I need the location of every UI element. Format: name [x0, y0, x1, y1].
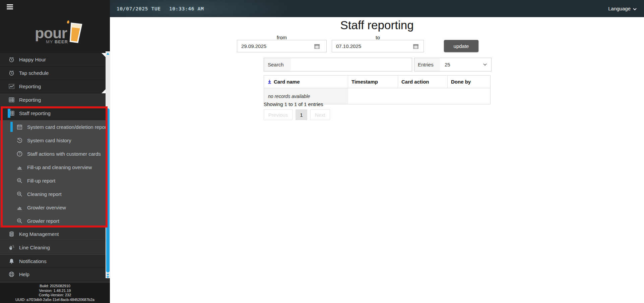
sidebar-item-growler-report[interactable]: Growler report: [0, 214, 110, 228]
sidebar-item-label: Help: [19, 271, 29, 277]
table-header-card-action[interactable]: Card action: [398, 75, 448, 88]
sidebar-item-label: Growler overview: [27, 205, 66, 210]
active-indicator: [10, 122, 13, 132]
life-ring-icon: [8, 271, 15, 277]
from-label: from: [237, 35, 327, 40]
sidebar-item-keg-management[interactable]: Keg Management: [0, 228, 110, 241]
language-label: Language: [608, 6, 631, 11]
sidebar-item-label: System card history: [27, 138, 71, 143]
from-date-input[interactable]: [237, 40, 327, 52]
sidebar-item-label: Line Cleaning: [19, 245, 50, 250]
pourmybeer-logo: pour MY BEER: [35, 18, 85, 47]
sidebar-item-cleaning-report[interactable]: Cleaning report: [0, 187, 110, 201]
sidebar-item-label: Growler report: [27, 218, 59, 224]
magnifier-plus-icon: [16, 178, 23, 184]
sidebar-item-label: Staff reporting: [19, 110, 51, 116]
sidebar-item-staff-actions-with-customer-cards[interactable]: ? Staff actions with customer cards: [0, 147, 110, 160]
time-text: 10:33:46 AM: [169, 6, 204, 11]
version-info: Version: 1.48.21.19: [0, 289, 110, 293]
pagination: Previous 1 Next: [264, 109, 330, 120]
chevron-down-icon: [633, 8, 637, 10]
sidebar-item-tap-schedule[interactable]: Tap schedule: [0, 66, 110, 80]
bar-chart-icon: [16, 204, 23, 211]
to-label: to: [332, 35, 424, 40]
sidebar-item-label: Cleaning report: [27, 191, 62, 197]
magnifier-plus-icon: [16, 218, 23, 224]
language-dropdown[interactable]: Language: [608, 0, 637, 17]
hand-wash-icon: [8, 244, 15, 251]
sidebar-item-label: Staff actions with customer cards: [27, 151, 101, 157]
entries-value: 25: [440, 58, 483, 71]
current-page-button[interactable]: 1: [296, 109, 307, 120]
bell-icon: [8, 258, 15, 264]
sidebar-item-reporting-sub[interactable]: Reporting: [0, 93, 110, 107]
bar-chart-icon: [16, 164, 23, 170]
uuid-info: UUID: a7f23db9-2a5e-11ef-8acb-484520687b…: [0, 298, 110, 302]
date-text: 10/07/2025 TUE: [117, 6, 161, 11]
table-header-card-name[interactable]: Card name: [264, 75, 348, 88]
sidebar-item-growler-overview[interactable]: Growler overview: [0, 201, 110, 214]
sidebar-item-label: Reporting: [19, 97, 41, 103]
logo-subtitle: MY BEER: [46, 39, 68, 44]
help-circle-icon: ?: [16, 151, 23, 157]
table-icon: [8, 97, 15, 103]
page-title: Staff reporting: [110, 18, 644, 32]
update-button[interactable]: update: [444, 40, 478, 52]
keg-icon: [8, 231, 15, 237]
sidebar-item-system-card-history[interactable]: System card history: [0, 134, 110, 147]
search-label: Search: [264, 58, 291, 71]
sidebar-item-staff-reporting[interactable]: Staff reporting: [0, 107, 110, 120]
table-header-timestamp[interactable]: Timestamp: [348, 75, 398, 88]
hamburger-menu-icon[interactable]: [7, 4, 13, 10]
table-header-row: Card name Timestamp Card action Done by: [264, 75, 490, 88]
line-chart-icon: [8, 83, 15, 90]
sidebar-item-label: Reporting: [19, 84, 41, 89]
active-indicator: [8, 109, 10, 118]
sidebar-item-line-cleaning[interactable]: Line Cleaning: [0, 241, 110, 254]
sidebar-item-label: Fill-up and cleaning overview: [27, 164, 92, 170]
search-input[interactable]: [291, 58, 412, 71]
calendar-icon[interactable]: [413, 43, 419, 49]
calendar-icon: [16, 124, 23, 130]
scrollbar-thumb[interactable]: [106, 108, 110, 272]
scroll-up-arrow-icon[interactable]: [107, 53, 109, 55]
sidebar-item-label: Tap schedule: [19, 70, 49, 76]
sidebar-item-reporting[interactable]: Reporting: [0, 80, 110, 93]
search-box: Search: [264, 58, 412, 71]
sidebar-menu: Happy Hour Tap schedule Reporting Report…: [0, 53, 110, 281]
sidebar-item-label: System card creation/deletion report: [27, 124, 108, 130]
sort-descending-icon[interactable]: [267, 79, 272, 84]
sidebar-item-help[interactable]: Help: [0, 268, 110, 281]
calendar-icon[interactable]: [314, 43, 320, 49]
build-info: Build: 2025082910: [0, 284, 110, 289]
scroll-down-arrow-icon[interactable]: [107, 276, 109, 278]
sidebar-scrollbar[interactable]: [106, 51, 110, 278]
alarm-clock-icon: [8, 56, 15, 63]
history-icon: [16, 137, 23, 144]
sidebar-item-fill-up-and-cleaning-overview[interactable]: Fill-up and cleaning overview: [0, 160, 110, 174]
sidebar-item-happy-hour[interactable]: Happy Hour: [0, 53, 110, 66]
beer-glass-icon: [67, 22, 83, 44]
sidebar-item-system-card-creation-deletion-report[interactable]: System card creation/deletion report: [0, 120, 110, 134]
svg-text:?: ?: [19, 152, 21, 156]
chevron-down-icon: [483, 58, 491, 71]
sidebar: pour MY BEER Happy Hour Tap schedule Rep…: [0, 0, 110, 303]
sidebar-item-label: Fill-up report: [27, 178, 55, 184]
previous-page-button[interactable]: Previous: [264, 109, 293, 120]
top-bar: 10/07/2025 TUE 10:33:46 AM Language: [110, 0, 644, 17]
entries-label: Entries: [414, 58, 440, 71]
sidebar-item-fill-up-report[interactable]: Fill-up report: [0, 174, 110, 187]
sidebar-item-label: Happy Hour: [19, 57, 46, 62]
next-page-button[interactable]: Next: [310, 109, 330, 120]
entries-select[interactable]: Entries 25: [414, 58, 492, 71]
sidebar-item-notifications[interactable]: Notifications: [0, 254, 110, 268]
alarm-clock-icon: [8, 70, 15, 76]
table-summary: Showing 1 to 1 of 1 entries: [264, 101, 323, 107]
magnifier-plus-icon: [16, 191, 23, 197]
scroll-down-arrow-icon[interactable]: [107, 274, 109, 276]
table-header-done-by[interactable]: Done by: [448, 75, 490, 88]
sidebar-footer: Build: 2025082910 Version: 1.48.21.19 Co…: [0, 282, 110, 303]
to-date-input[interactable]: [332, 40, 424, 52]
report-table: Card name Timestamp Card action Done by …: [264, 75, 491, 104]
config-version-info: Config-Version: 232: [0, 293, 110, 298]
